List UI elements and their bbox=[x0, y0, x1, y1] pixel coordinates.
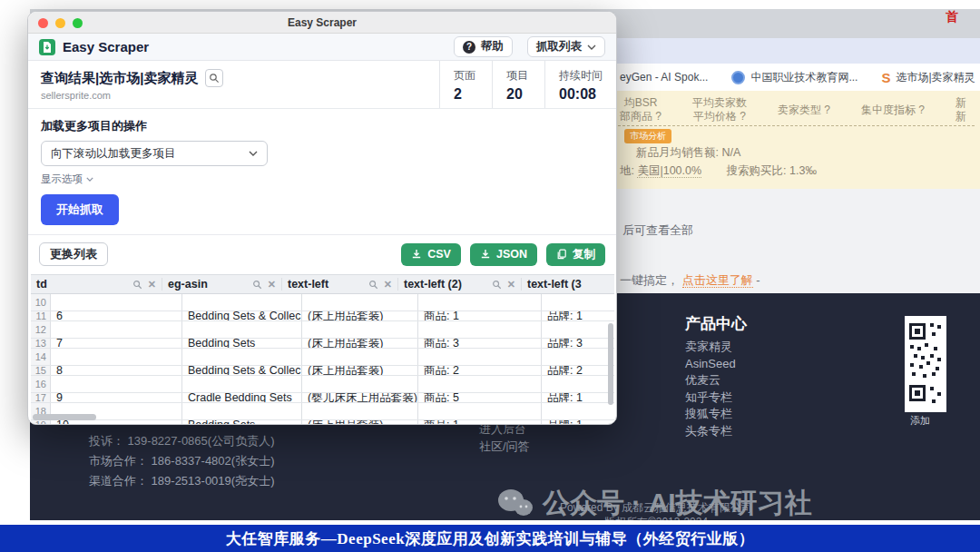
cell-text-left-3: 品牌: 1 bbox=[542, 393, 614, 402]
cell-text-left-2 bbox=[418, 376, 542, 392]
chevron-down-icon bbox=[587, 44, 596, 50]
cell-text-left-3 bbox=[542, 376, 614, 392]
clear-column-icon[interactable]: ✕ bbox=[507, 279, 515, 291]
close-window-button[interactable] bbox=[38, 18, 48, 28]
help-button[interactable]: ? 帮助 bbox=[454, 36, 513, 57]
zoom-window-button[interactable] bbox=[73, 18, 83, 28]
table-row[interactable]: 10 bbox=[31, 294, 614, 311]
site-domain: sellersprite.com bbox=[41, 90, 426, 101]
qr-code bbox=[905, 316, 946, 412]
export-json-button[interactable]: JSON bbox=[470, 243, 537, 266]
cell-text-left: (婴儿床床上用品套装) bbox=[302, 393, 418, 402]
table-row[interactable]: 17 9 Cradle Bedding Sets (婴儿床床上用品套装) 商品:… bbox=[31, 393, 614, 403]
table-body: 10 11 6 Bedding Sets & Collec (床上用品套装) 商… bbox=[31, 294, 614, 425]
qr-code-image bbox=[905, 316, 946, 412]
filter-search-icon[interactable] bbox=[368, 280, 378, 290]
cell-text-left bbox=[302, 349, 418, 365]
column-header-label: eg-asin bbox=[168, 278, 208, 291]
change-list-button[interactable]: 更换列表 bbox=[39, 242, 108, 266]
show-options-label: 显示选项 bbox=[41, 172, 83, 186]
horizontal-scrollbar[interactable] bbox=[33, 414, 610, 421]
cell-text-left-2: 商品: 3 bbox=[418, 339, 542, 348]
footer-link[interactable]: 搜狐专栏 bbox=[685, 406, 736, 423]
metric-header: 均BSR 部商品 ? bbox=[620, 96, 662, 123]
download-icon bbox=[480, 249, 491, 260]
stat-value: 2 bbox=[454, 86, 478, 103]
clear-column-icon[interactable]: ✕ bbox=[148, 279, 156, 291]
results-table: td ✕ eg-asin bbox=[31, 274, 614, 425]
footer-links: 卖家精灵AsinSeed优麦云知乎专栏搜狐专栏头条专栏 bbox=[685, 339, 736, 439]
cell-td bbox=[51, 321, 182, 338]
column-header-label: text-left bbox=[288, 278, 328, 291]
bottom-banner: 大任智库服务—DeepSeek深度应用及创新实践培训与辅导（外经贸行业版） bbox=[0, 525, 980, 552]
column-header[interactable]: text-left (3 ✕ bbox=[522, 278, 614, 291]
promo-link[interactable]: 点击这里了解 bbox=[682, 273, 753, 288]
easy-scraper-window: Easy Scraper Easy Scraper ? 帮助 抓取列表 bbox=[27, 11, 617, 425]
bookmark-item[interactable]: 中国职业技术教育网... bbox=[731, 70, 858, 85]
cell-td: 8 bbox=[51, 366, 182, 375]
scrape-mode-dropdown[interactable]: 抓取列表 bbox=[527, 36, 605, 57]
load-more-select[interactable]: 向下滚动以加载更多项目 bbox=[41, 141, 268, 166]
table-row[interactable]: 12 bbox=[31, 321, 614, 339]
table-header-row: td ✕ eg-asin bbox=[31, 275, 614, 294]
footer-link[interactable]: 头条专栏 bbox=[685, 423, 736, 440]
table-row[interactable]: 15 8 Bedding Sets & Collec (床上用品套装) 商品: … bbox=[31, 366, 614, 376]
bookmark-item[interactable]: eyGen - AI Spok... bbox=[620, 71, 708, 84]
search-icon bbox=[209, 73, 220, 84]
column-header[interactable]: td ✕ bbox=[31, 278, 162, 291]
footer-contact-line: 渠道合作： 189-2513-0019(尧女士) bbox=[89, 471, 274, 491]
footer-link[interactable]: 知乎专栏 bbox=[685, 389, 736, 407]
traffic-lights bbox=[38, 18, 83, 28]
footer-side-link[interactable]: 社区/问答 bbox=[479, 438, 530, 455]
copy-button[interactable]: 复制 bbox=[546, 243, 605, 266]
bookmark-item[interactable]: S 选市场|卖家精灵 bbox=[881, 70, 975, 85]
footer-link[interactable]: 卖家精灵 bbox=[685, 339, 736, 356]
filter-search-icon[interactable] bbox=[132, 280, 142, 290]
start-scrape-button[interactable]: 开始抓取 bbox=[41, 194, 119, 225]
row-number: 16 bbox=[31, 376, 51, 392]
cell-text-left-2 bbox=[418, 349, 542, 365]
clear-column-icon[interactable]: ✕ bbox=[268, 279, 276, 291]
stat-block: 页面 2 bbox=[439, 61, 492, 108]
cell-eg-asin: Bedding Sets & Collec bbox=[182, 366, 302, 375]
column-header[interactable]: text-left ✕ bbox=[282, 278, 398, 291]
column-header-label: text-left (2) bbox=[404, 278, 462, 291]
column-header[interactable]: eg-asin ✕ bbox=[162, 278, 282, 291]
metric-header: 集中度指标 ? bbox=[861, 104, 925, 117]
table-row[interactable]: 11 6 Bedding Sets & Collec (床上用品套装) 商品: … bbox=[31, 311, 614, 321]
cell-td bbox=[51, 376, 182, 392]
page-title: 查询结果|选市场|卖家精灵 bbox=[41, 70, 198, 87]
sellersprite-icon: S bbox=[881, 70, 890, 85]
table-row[interactable]: 13 7 Bedding Sets (床上用品套装) 商品: 3 品牌: 3 bbox=[31, 339, 614, 349]
origin-stat: 地: 美国|100.0% 搜索购买比: 1.3‰ bbox=[620, 163, 817, 179]
search-button[interactable] bbox=[205, 69, 223, 87]
wechat-icon bbox=[497, 488, 534, 519]
cell-text-left bbox=[302, 294, 418, 310]
filter-search-icon[interactable] bbox=[252, 280, 262, 290]
clear-column-icon[interactable]: ✕ bbox=[384, 279, 392, 291]
cell-eg-asin bbox=[182, 349, 302, 365]
cell-text-left-2: 商品: 5 bbox=[418, 393, 542, 402]
cell-eg-asin bbox=[182, 321, 302, 338]
metric-header: 新 新 bbox=[956, 96, 966, 123]
scrape-mode-label: 抓取列表 bbox=[536, 39, 582, 54]
question-icon: ? bbox=[463, 41, 475, 54]
column-header[interactable]: text-left (2) ✕ bbox=[398, 278, 522, 291]
table-row[interactable]: 14 bbox=[31, 349, 614, 366]
cell-text-left-2 bbox=[418, 321, 542, 338]
show-options-toggle[interactable]: 显示选项 bbox=[41, 172, 104, 186]
export-csv-button[interactable]: CSV bbox=[401, 243, 461, 266]
window-titlebar[interactable]: Easy Scraper bbox=[28, 12, 616, 34]
footer-link[interactable]: AsinSeed bbox=[685, 356, 736, 373]
minimize-window-button[interactable] bbox=[55, 18, 65, 28]
horizontal-scrollbar-thumb[interactable] bbox=[33, 414, 96, 420]
cell-text-left-3: 品牌: 3 bbox=[542, 339, 614, 348]
vertical-scrollbar-thumb[interactable] bbox=[608, 323, 613, 405]
chevron-down-icon bbox=[86, 177, 93, 182]
filter-search-icon[interactable] bbox=[492, 280, 502, 290]
csv-label: CSV bbox=[427, 248, 451, 261]
table-row[interactable]: 16 bbox=[31, 376, 614, 393]
row-number: 17 bbox=[31, 393, 51, 402]
footer-link[interactable]: 优麦云 bbox=[685, 372, 736, 389]
footer-heading: 产品中心 bbox=[685, 313, 747, 334]
